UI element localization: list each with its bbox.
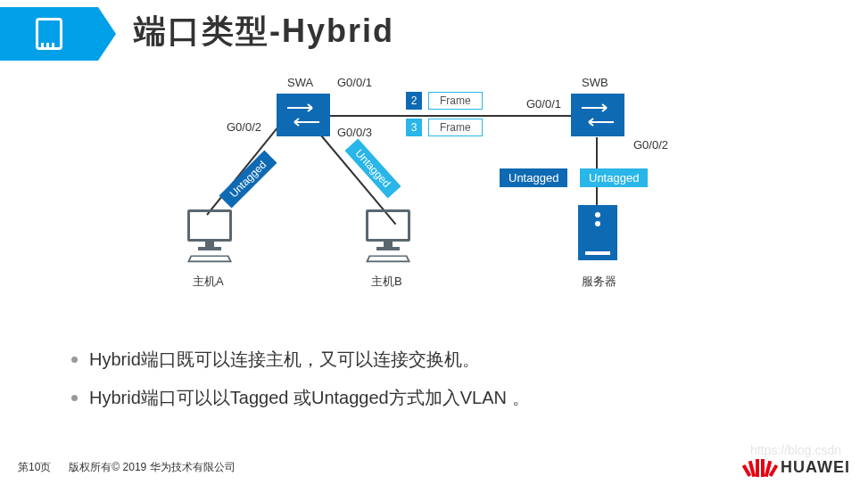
network-diagram: SWA SWB G0/0/1 G0/0/2 G0/0/3 G0/0/1 G0/0… xyxy=(0,76,868,308)
label-server: 服务器 xyxy=(582,274,616,290)
link-swa-swb xyxy=(330,115,571,117)
label-host-b: 主机B xyxy=(371,274,402,290)
host-a-icon xyxy=(178,209,241,263)
bullet-1: Hybrid端口既可以连接主机，又可以连接交换机。 xyxy=(71,348,530,372)
huawei-logo-icon xyxy=(745,459,775,477)
port-swa-bottom: G0/0/3 xyxy=(337,126,372,139)
tag-untagged-right: Untagged xyxy=(344,139,401,199)
tag-untagged-server-right: Untagged xyxy=(580,168,648,187)
frame-label-2: Frame xyxy=(428,119,483,136)
port-swa-right: G0/0/1 xyxy=(337,76,372,89)
host-b-icon xyxy=(357,209,419,263)
frame-num-2: 3 xyxy=(406,119,422,136)
frame-num-1: 2 xyxy=(406,92,422,110)
huawei-logo-text: HUAWEI xyxy=(781,458,850,477)
switch-swb xyxy=(571,94,624,136)
watermark: https://blog.csdn xyxy=(750,443,841,457)
slide-header: 端口类型-Hybrid xyxy=(0,0,868,62)
server-icon xyxy=(578,205,617,260)
port-swb-left: G0/0/1 xyxy=(526,97,561,111)
label-swa: SWA xyxy=(287,76,313,89)
label-host-a: 主机A xyxy=(193,274,224,290)
huawei-logo: HUAWEI xyxy=(745,458,850,477)
slide-footer: 第10页 版权所有© 2019 华为技术有限公司 xyxy=(18,460,236,475)
slide-title: 端口类型-Hybrid xyxy=(134,10,394,53)
frame-label-1: Frame xyxy=(428,92,483,110)
port-swa-left: G0/0/2 xyxy=(227,120,261,134)
tag-untagged-server-left: Untagged xyxy=(500,168,567,187)
page-number: 第10页 xyxy=(18,460,51,475)
bullet-list: Hybrid端口既可以连接主机，又可以连接交换机。 Hybrid端口可以以Tag… xyxy=(71,348,530,424)
label-swb: SWB xyxy=(582,76,608,89)
bullet-2: Hybrid端口可以以Tagged 或Untagged方式加入VLAN 。 xyxy=(71,386,530,410)
switch-swa xyxy=(277,94,330,136)
document-icon xyxy=(36,18,62,50)
port-swb-bottom: G0/0/2 xyxy=(633,138,668,152)
copyright: 版权所有© 2019 华为技术有限公司 xyxy=(69,460,235,475)
header-tab-icon xyxy=(0,7,98,61)
tag-untagged-left: Untagged xyxy=(219,150,277,208)
